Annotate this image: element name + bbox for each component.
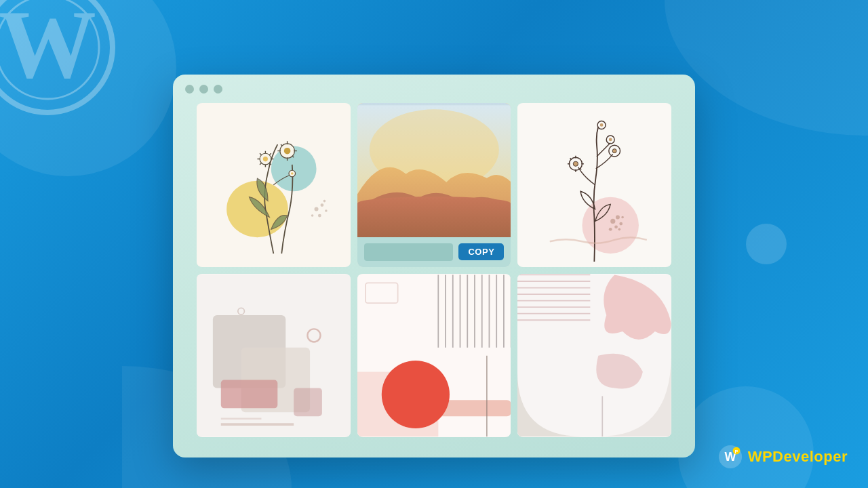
- svg-point-10: [325, 209, 328, 212]
- gallery-item-2: COPY: [357, 103, 511, 267]
- svg-point-51: [609, 138, 612, 142]
- gallery-item-6: [517, 274, 671, 438]
- svg-rect-63: [294, 388, 322, 416]
- svg-text:P: P: [734, 449, 738, 455]
- svg-point-52: [611, 219, 616, 224]
- bg-decor-circle-mr: [746, 224, 787, 264]
- wpdev-brand-text: WPDeveloper: [748, 448, 848, 466]
- svg-point-82: [381, 360, 449, 428]
- svg-point-23: [284, 148, 291, 155]
- svg-point-7: [321, 203, 324, 207]
- browser-dot-1: [185, 85, 194, 94]
- svg-point-11: [323, 200, 326, 203]
- copy-button[interactable]: COPY: [458, 243, 504, 260]
- browser-titlebar: [173, 75, 695, 103]
- wpdev-branding: W P WPDeveloper: [718, 445, 848, 469]
- gallery-item-4: [197, 274, 351, 438]
- wpdev-logo-icon: W P: [718, 445, 743, 469]
- svg-point-56: [609, 228, 612, 231]
- svg-point-47: [613, 149, 617, 153]
- svg-point-54: [614, 225, 618, 228]
- svg-point-8: [318, 214, 321, 218]
- gallery-grid: COPY: [173, 103, 695, 458]
- wpdev-wp-text: WP: [748, 448, 772, 465]
- svg-point-13: [263, 157, 268, 161]
- svg-point-39: [574, 161, 578, 166]
- wordpress-logo: W: [0, 0, 115, 115]
- svg-point-9: [311, 214, 314, 217]
- svg-text:W: W: [0, 0, 96, 98]
- wpdev-developer-text: Developer: [772, 448, 848, 465]
- svg-point-49: [600, 123, 604, 127]
- svg-point-55: [620, 222, 623, 226]
- gallery-item-3: [517, 103, 671, 267]
- landscape-image: [357, 103, 511, 237]
- shortcode-input[interactable]: [364, 243, 454, 261]
- svg-point-58: [618, 228, 621, 231]
- shortcode-bar: COPY: [357, 237, 511, 267]
- svg-point-31: [291, 172, 294, 175]
- svg-point-53: [616, 215, 620, 219]
- svg-point-57: [622, 216, 625, 219]
- bg-wave-tr: [665, 0, 868, 136]
- bg-decor-circle-br: [678, 386, 814, 488]
- svg-rect-62: [221, 380, 278, 408]
- browser-dot-2: [199, 85, 208, 94]
- gallery-item-1: [197, 103, 351, 267]
- browser-dot-3: [214, 85, 222, 94]
- gallery-item-5: [357, 274, 511, 438]
- svg-point-6: [315, 207, 319, 211]
- svg-rect-35: [357, 222, 511, 235]
- browser-window: COPY: [173, 75, 695, 458]
